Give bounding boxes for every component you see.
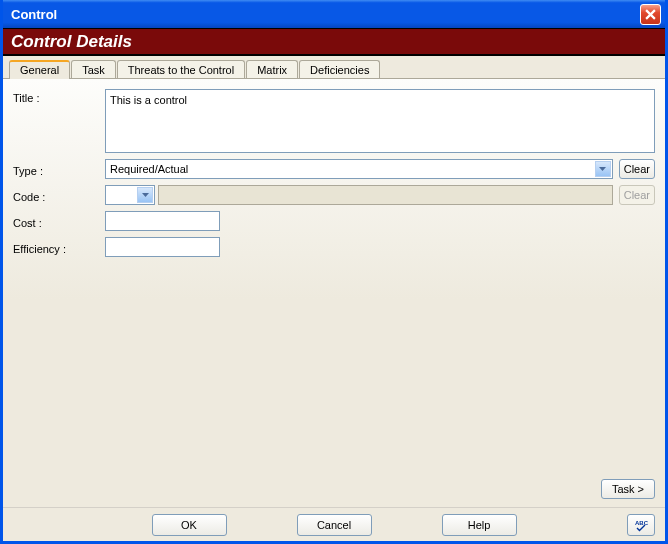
chevron-down-icon [595, 161, 611, 177]
type-select[interactable]: Required/Actual [105, 159, 613, 179]
type-clear-button[interactable]: Clear [619, 159, 655, 179]
tab-general[interactable]: General [9, 60, 70, 79]
spellcheck-icon: ABC [634, 518, 648, 532]
window-title: Control [11, 7, 640, 22]
code-readonly-field [158, 185, 613, 205]
cancel-button[interactable]: Cancel [297, 514, 372, 536]
row-code: Code : Clear [13, 185, 655, 205]
row-cost: Cost : [13, 211, 655, 231]
code-label: Code : [13, 188, 105, 203]
chevron-down-icon [137, 187, 153, 203]
row-efficiency: Efficiency : [13, 237, 655, 257]
title-label: Title : [13, 89, 105, 104]
svg-text:ABC: ABC [635, 520, 648, 526]
titlebar: Control [3, 0, 665, 28]
help-button[interactable]: Help [442, 514, 517, 536]
header-band: Control Details [3, 28, 665, 56]
row-type: Type : Required/Actual Clear [13, 159, 655, 179]
tab-strip: General Task Threats to the Control Matr… [3, 56, 665, 78]
tab-task[interactable]: Task [71, 60, 116, 79]
cost-label: Cost : [13, 214, 105, 229]
ok-button[interactable]: OK [152, 514, 227, 536]
efficiency-label: Efficiency : [13, 240, 105, 255]
tab-threats[interactable]: Threats to the Control [117, 60, 245, 79]
dialog-window: Control Control Details General Task Thr… [0, 0, 668, 544]
spellcheck-button[interactable]: ABC [627, 514, 655, 536]
task-nav-wrap: Task > [601, 479, 655, 499]
footer: OK Cancel Help ABC [3, 507, 665, 541]
cost-input[interactable] [105, 211, 220, 231]
code-clear-button: Clear [619, 185, 655, 205]
content-pane: Title : Type : Required/Actual Clear Cod… [3, 78, 665, 507]
type-label: Type : [13, 162, 105, 177]
close-icon [645, 9, 656, 20]
tab-matrix[interactable]: Matrix [246, 60, 298, 79]
efficiency-input[interactable] [105, 237, 220, 257]
type-value: Required/Actual [110, 163, 188, 175]
tab-deficiencies[interactable]: Deficiencies [299, 60, 380, 79]
close-button[interactable] [640, 4, 661, 25]
page-title: Control Details [11, 32, 132, 52]
row-title: Title : [13, 89, 655, 153]
task-next-button[interactable]: Task > [601, 479, 655, 499]
title-input[interactable] [105, 89, 655, 153]
code-select[interactable] [105, 185, 155, 205]
